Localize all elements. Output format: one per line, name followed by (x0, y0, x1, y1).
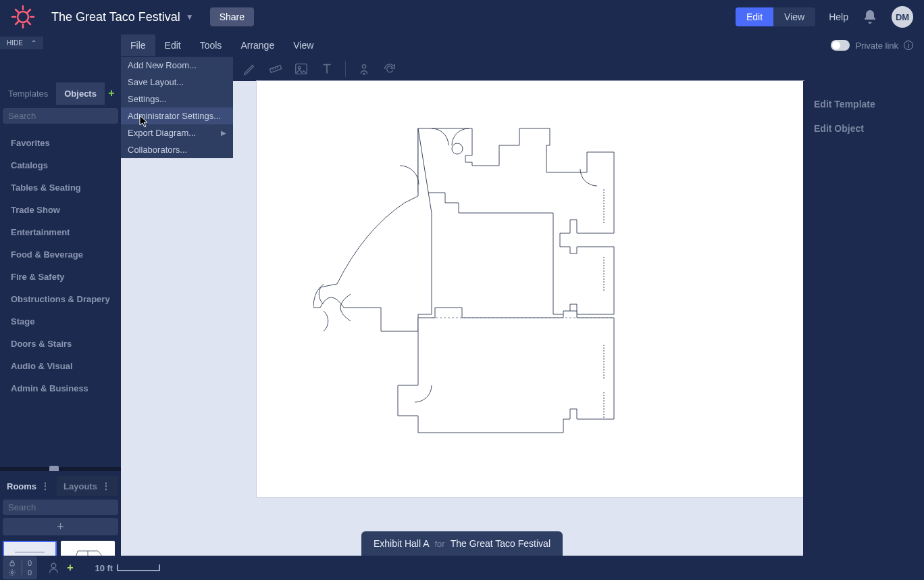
category-tables-seating[interactable]: Tables & Seating (3, 176, 118, 199)
svg-line-10 (272, 68, 273, 70)
objects-search-input[interactable] (8, 111, 122, 121)
mode-toggle: Edit View (736, 7, 815, 26)
lock-count: 0 (28, 559, 32, 567)
user-avatar[interactable]: DM (892, 6, 913, 28)
menu-export-label: Export Diagram... (128, 128, 196, 138)
add-room-button[interactable]: + (3, 518, 118, 535)
left-sidebar: Templates Objects + Favorites Catalogs T… (0, 81, 121, 580)
image-tool-icon[interactable] (294, 62, 309, 76)
title-dropdown-icon[interactable]: ▼ (186, 12, 194, 22)
lock-status[interactable]: 0 0 (3, 556, 37, 579)
menu-file[interactable]: File (121, 34, 155, 56)
hide-label: HIDE (7, 39, 23, 47)
menu-admin-settings[interactable]: Administrator Settings... (121, 107, 233, 124)
svg-line-5 (16, 9, 18, 12)
tab-layouts[interactable]: Layouts⋮ (57, 476, 118, 496)
menu-save-layout[interactable]: Save Layout... (121, 74, 233, 91)
svg-line-6 (28, 22, 30, 24)
category-stage[interactable]: Stage (3, 310, 118, 333)
svg-line-8 (16, 22, 18, 24)
room-name: Exhibit Hall A (374, 538, 429, 549)
hide-sidebar-button[interactable]: HIDE ⌃ (0, 37, 43, 49)
rooms-search-input[interactable] (8, 502, 122, 512)
category-entertainment[interactable]: Entertainment (3, 221, 118, 243)
category-admin-business[interactable]: Admin & Business (3, 377, 118, 400)
refresh-tool-icon[interactable] (382, 62, 397, 76)
svg-point-34 (51, 563, 56, 568)
paper (257, 81, 804, 497)
edit-mode-button[interactable]: Edit (736, 7, 773, 26)
add-collaborator-button[interactable]: + (67, 562, 73, 574)
menu-view[interactable]: View (284, 34, 323, 56)
scale-bar (117, 564, 160, 571)
menu-export-diagram[interactable]: Export Diagram... ▶ (121, 124, 233, 141)
svg-point-16 (363, 73, 365, 74)
category-trade-show[interactable]: Trade Show (3, 199, 118, 221)
gear-icon (8, 569, 16, 577)
menu-edit[interactable]: Edit (155, 34, 190, 56)
tab-templates[interactable]: Templates (0, 82, 56, 105)
project-title[interactable]: The Great Taco Festival (51, 10, 180, 24)
category-fire-safety[interactable]: Fire & Safety (3, 266, 118, 288)
help-link[interactable]: Help (829, 11, 848, 22)
text-tool-icon[interactable] (319, 62, 334, 76)
pencil-tool-icon[interactable] (242, 62, 257, 76)
toolbar (233, 57, 407, 81)
svg-line-12 (278, 66, 278, 68)
svg-rect-32 (10, 563, 14, 566)
top-header: The Great Taco Festival ▼ Share Edit Vie… (0, 0, 924, 34)
category-audio-visual[interactable]: Audio & Visual (3, 355, 118, 377)
view-mode-button[interactable]: View (773, 7, 815, 26)
event-name: The Great Taco Festival (451, 538, 550, 549)
right-sidebar: Edit Template Edit Object (803, 81, 924, 580)
category-obstructions[interactable]: Obstructions & Drapery (3, 288, 118, 310)
add-tab-button[interactable]: + (105, 87, 118, 99)
room-label-pill[interactable]: Exhibit Hall A for The Great Taco Festiv… (361, 531, 563, 556)
sidebar-tabs: Templates Objects + (0, 81, 121, 105)
svg-line-11 (275, 67, 276, 69)
info-icon[interactable]: i (904, 41, 913, 50)
menu-bar: File Edit Tools Arrange View Private lin… (121, 34, 924, 57)
svg-point-33 (11, 572, 14, 574)
menu-tools[interactable]: Tools (190, 34, 232, 56)
gear-count: 0 (28, 569, 32, 577)
menu-add-new-room[interactable]: Add New Room... (121, 57, 233, 74)
svg-point-15 (362, 65, 366, 69)
svg-line-7 (28, 9, 30, 12)
object-categories: Favorites Catalogs Tables & Seating Trad… (0, 126, 121, 471)
objects-search-box (3, 108, 118, 124)
collaborator-icon[interactable] (48, 561, 61, 575)
scale-label: 10 ft (95, 563, 113, 573)
floorplan (313, 122, 631, 446)
share-button[interactable]: Share (210, 7, 254, 26)
svg-point-14 (298, 66, 301, 69)
category-doors-stairs[interactable]: Doors & Stairs (3, 333, 118, 355)
for-label: for (434, 539, 444, 549)
category-food-beverage[interactable]: Food & Beverage (3, 243, 118, 266)
submenu-arrow-icon: ▶ (221, 129, 226, 137)
svg-point-0 (18, 11, 28, 22)
edit-template-link[interactable]: Edit Template (814, 92, 913, 116)
category-catalogs[interactable]: Catalogs (3, 154, 118, 176)
app-logo[interactable] (11, 5, 35, 29)
rooms-search-box (3, 500, 118, 515)
bottom-bar: 0 0 + 10 ft (0, 556, 924, 580)
tab-objects[interactable]: Objects (56, 82, 105, 105)
menu-settings[interactable]: Settings... (121, 91, 233, 107)
category-favorites[interactable]: Favorites (3, 132, 118, 154)
menu-collaborators[interactable]: Collaborators... (121, 141, 233, 158)
lock-icon (8, 559, 16, 567)
notifications-icon[interactable] (862, 9, 878, 25)
private-link-label: Private link (855, 41, 898, 51)
menu-arrange[interactable]: Arrange (231, 34, 284, 56)
tab-rooms[interactable]: Rooms⋮ (0, 476, 57, 496)
chevron-up-icon: ⌃ (31, 39, 36, 47)
layouts-menu-icon[interactable]: ⋮ (101, 481, 111, 491)
edit-object-link[interactable]: Edit Object (814, 116, 913, 141)
person-pin-tool-icon[interactable] (357, 62, 371, 76)
rooms-menu-icon[interactable]: ⋮ (41, 481, 50, 491)
category-scrollbar[interactable] (0, 467, 121, 471)
ruler-tool-icon[interactable] (268, 62, 283, 76)
file-dropdown-menu: Add New Room... Save Layout... Settings.… (121, 57, 233, 158)
private-link-toggle[interactable] (831, 40, 850, 51)
